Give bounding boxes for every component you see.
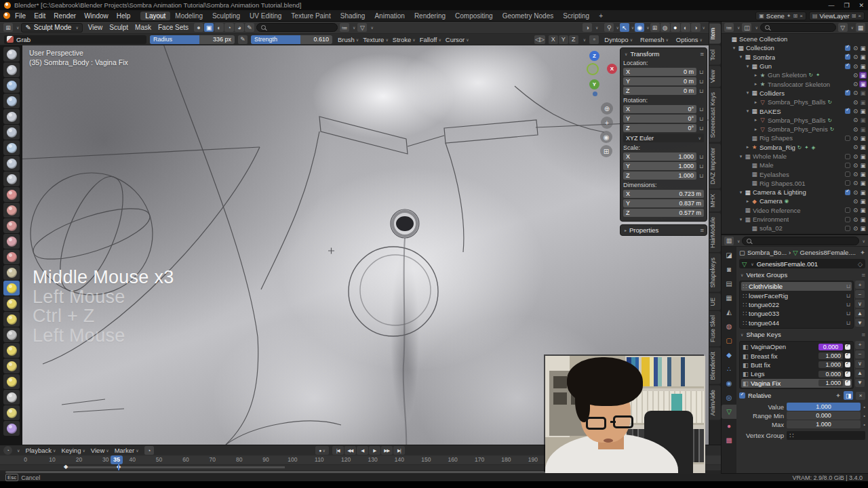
snap-icon[interactable]: ↖ [620, 23, 629, 32]
outliner-item-label[interactable]: Environment [753, 216, 789, 223]
transport-button[interactable]: ▶| [393, 446, 405, 455]
sculpt-tool-button[interactable] [3, 218, 20, 233]
slider-field[interactable]: 1.000 [787, 420, 861, 428]
collection-checkbox[interactable] [845, 154, 850, 159]
animate-dot-icon[interactable]: • [863, 404, 865, 410]
outliner-item-label[interactable]: Translocator Skeleton [768, 81, 830, 88]
animate-dot-icon[interactable]: • [863, 413, 865, 419]
workspace-tab[interactable]: Geometry Nodes [498, 12, 559, 20]
editor-list-icon[interactable]: ≔ [340, 23, 349, 32]
remove-vertex-group-button[interactable]: − [855, 290, 865, 298]
dyntopo-dropdown[interactable]: Dyntopo∨ [602, 36, 635, 43]
editor-type-button[interactable]: ⊞ [3, 23, 13, 32]
lock-icon[interactable]: ⊔ [698, 116, 704, 122]
collection-checkbox[interactable] [845, 226, 850, 231]
sculpt-tool-button[interactable] [3, 405, 20, 420]
pin-icon[interactable]: ✦ [835, 392, 841, 399]
outliner-row[interactable]: ▸ ★ Gun Skeleton ↻ ✦ ⊙ ▣ [722, 70, 868, 79]
radius-slider[interactable]: Radius336 px [150, 35, 235, 44]
outliner-row[interactable]: ▦ Scene Collection ⊙ ▣ [722, 35, 868, 43]
properties-search-input[interactable] [753, 237, 801, 244]
outliner-item-label[interactable]: BAKES [760, 108, 781, 115]
outliner-item-label[interactable]: Sombra_Phys_Balls [768, 98, 826, 106]
close-button[interactable]: ✕ [859, 2, 864, 9]
outliner-item-label[interactable]: Sombra_Phys_Balls [768, 117, 826, 124]
disable-render-camera-icon[interactable]: ▣ [859, 54, 867, 60]
disable-render-camera-icon[interactable]: ▣ [859, 99, 867, 106]
rotation-field[interactable]: Y0° [623, 115, 696, 123]
vertex-group-row[interactable]: ∷ ClothVisible ⊔ [741, 282, 852, 291]
disable-render-camera-icon[interactable]: ▣ [859, 135, 867, 142]
outliner-item-label[interactable]: sofa_02 [760, 224, 783, 232]
outliner-row[interactable]: ▸ ▽ Sombra_Phys_Balls ↻ ⊙ ▣ [722, 98, 868, 106]
sidebar-tab[interactable]: Screencast Keys [709, 88, 721, 142]
disable-render-camera-icon[interactable]: ▣ [859, 216, 867, 223]
transport-button[interactable]: ◀ [357, 446, 368, 455]
vertex-groups-panel-header[interactable]: ∨ Vertex Groups ≡ [739, 270, 865, 279]
sidebar-tab[interactable]: View [709, 66, 721, 87]
shape-key-row[interactable]: ◧ Breast fix 1.000 [741, 351, 852, 360]
disable-render-camera-icon[interactable]: ▣ [859, 144, 867, 150]
vertex-group-row[interactable]: ∷ tongue033 ⊔ [741, 309, 852, 318]
disable-render-camera-icon[interactable]: ▣ [859, 126, 867, 133]
properties-collapsed-panel[interactable]: ▸ Properties ≡ [620, 224, 707, 236]
lock-icon[interactable]: ⊔ [698, 125, 704, 131]
shading-sphere-icon[interactable]: ◕ [235, 23, 244, 32]
gizmo-y-axis[interactable]: Y [589, 79, 599, 89]
shape-key-row[interactable]: ◧ VaginaOpen 0.000 [741, 342, 852, 351]
location-field[interactable]: Y0 m [623, 77, 696, 85]
disable-render-camera-icon[interactable]: ▣ [859, 162, 867, 169]
collection-checkbox[interactable] [845, 136, 850, 141]
hide-viewport-eye-icon[interactable]: ⊙ [852, 45, 859, 52]
transport-button[interactable]: ◀◀ [344, 446, 356, 455]
collection-checkbox[interactable] [845, 207, 850, 213]
vertex-group-specials-button[interactable]: ∨ [855, 300, 865, 308]
menu-item[interactable]: Help [113, 12, 135, 20]
sculpt-tool-button[interactable] [3, 125, 20, 140]
lock-icon[interactable]: ⊔ [846, 302, 850, 308]
outliner-item-label[interactable]: Camera & Lighting [753, 188, 806, 196]
outliner-search-input[interactable] [772, 24, 812, 31]
remove-viewlayer-icon[interactable]: × [858, 13, 861, 19]
shading-sphere-icon[interactable]: ◔ [224, 23, 234, 32]
shape-key-checkbox[interactable] [845, 344, 850, 350]
disable-render-camera-icon[interactable]: ▣ [859, 117, 867, 123]
paint-brush-icon[interactable]: ✎ [245, 23, 254, 32]
clear-shape-keys-button[interactable]: × [856, 392, 865, 400]
minimize-button[interactable]: — [828, 2, 834, 9]
disable-render-camera-icon[interactable]: ▣ [859, 89, 867, 96]
menu-item[interactable]: Edit [30, 12, 50, 20]
disable-render-camera-icon[interactable]: ▣ [859, 72, 867, 79]
workspace-tab[interactable]: Texture Paint [286, 12, 335, 20]
disclosure-triangle-icon[interactable]: ▸ [745, 199, 751, 204]
material-shading-icon[interactable]: ◐ [681, 23, 690, 32]
outliner-item-label[interactable]: Video Reference [753, 207, 801, 214]
breadcrumb-object[interactable]: Sombra_Bo... [747, 249, 787, 256]
outliner-row[interactable]: ▾ ▦ Sombra ⊙ ▣ [722, 53, 868, 62]
sidebar-tab[interactable]: MHX [709, 190, 721, 211]
sidebar-tab[interactable]: Fuse Skel [709, 311, 721, 346]
timeline-menu-item[interactable]: View∨ [89, 447, 111, 454]
outliner-row[interactable]: ▾ ▦ Gun ⊙ ▣ [722, 62, 868, 70]
render-tab[interactable]: ◙ [722, 262, 736, 277]
disable-render-camera-icon[interactable]: ▣ [859, 45, 867, 52]
sculpt-tool-button[interactable] [3, 265, 20, 280]
vertex-group-row[interactable]: ∷ tongue022 ⊔ [741, 300, 852, 309]
outliner-editor-icon[interactable]: ≔ [724, 23, 734, 32]
lock-icon[interactable]: ⊔ [846, 310, 850, 317]
collection-checkbox[interactable] [845, 64, 850, 69]
disable-render-camera-icon[interactable]: ▣ [859, 153, 867, 160]
sculpt-tool-button[interactable] [3, 343, 20, 358]
outliner-item-label[interactable]: Eyelashes [760, 171, 789, 178]
lock-icon[interactable]: ⊔ [698, 154, 704, 160]
shape-key-checkbox[interactable] [845, 380, 850, 386]
hide-viewport-eye-icon[interactable]: ⊙ [852, 153, 859, 160]
add-vertex-group-button[interactable]: + [855, 281, 865, 289]
timeline-menu-item[interactable]: Playback∨ [23, 447, 58, 454]
rendered-shading-icon[interactable]: ◑ [691, 23, 701, 32]
keyframe-diamond-icon[interactable]: ◆ [64, 464, 68, 470]
add-shape-key-button[interactable]: + [855, 341, 865, 349]
workspace-tab[interactable]: UV Editing [245, 12, 286, 20]
sidebar-tab[interactable]: Tool [709, 45, 721, 65]
modifiers-tab[interactable]: ◆ [722, 348, 736, 362]
